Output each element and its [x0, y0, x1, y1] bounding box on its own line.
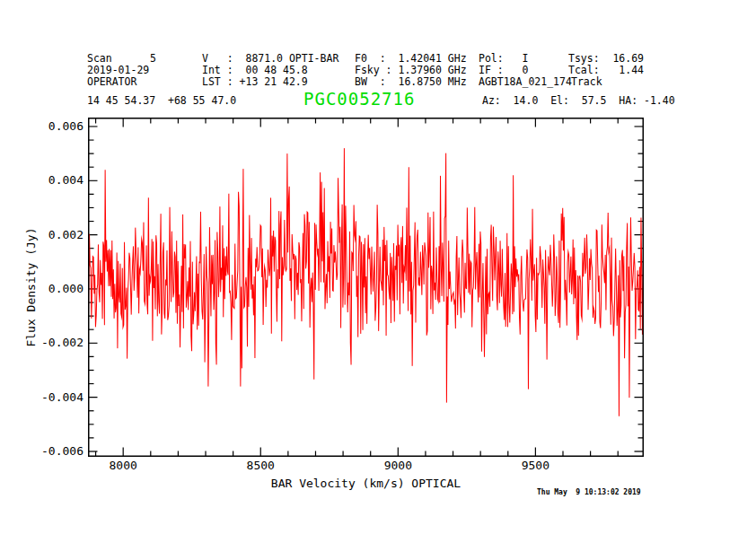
- tsys-value: 16.69: [590, 53, 644, 64]
- procedure-name: Track: [571, 76, 602, 87]
- integration-field: Int : 00 48 45.8: [202, 65, 308, 75]
- y-tick-label: -0.004: [30, 391, 84, 404]
- spectrum-plot-canvas: [88, 118, 644, 457]
- tcal-value: 1.44: [590, 65, 644, 75]
- source-coordinates: 14 45 54.37 +68 55 47.0: [87, 95, 236, 106]
- gbtidl-plotter-window: Scan 5 V : 8871.0 OPTI-BAR F0 : 1.42041 …: [0, 0, 756, 534]
- if-field: IF : 0: [479, 65, 528, 75]
- plot-timestamp: Thu May 9 10:13:02 2019: [537, 488, 641, 496]
- y-tick-label: 0.006: [30, 120, 84, 133]
- az-el-ha-field: Az: 14.0 El: 57.5 HA: -1.40: [482, 95, 675, 106]
- y-tick-label: -0.006: [30, 445, 84, 458]
- y-tick-label: -0.002: [30, 337, 84, 349]
- f0-field: F0 : 1.42041 GHz: [355, 53, 467, 64]
- date-field: 2019-01-29: [87, 65, 149, 75]
- y-tick-label: 0.004: [30, 174, 84, 187]
- x-tick-label: 8000: [96, 460, 150, 472]
- x-tick-label: 9000: [371, 460, 425, 472]
- pol-field: Pol: I: [479, 53, 528, 64]
- lst-field: LST : +13 21 42.9: [202, 76, 308, 87]
- y-tick-label: 0.000: [30, 283, 84, 295]
- project-id: AGBT18A_021_174: [479, 76, 572, 87]
- scan-value: 5: [150, 53, 156, 64]
- velocity-field: V : 8871.0 OPTI-BAR: [202, 53, 338, 64]
- x-tick-label: 9500: [508, 460, 562, 472]
- fsky-field: Fsky : 1.37960 GHz: [355, 65, 467, 75]
- operator-field: OPERATOR: [87, 76, 136, 87]
- bw-field: BW : 16.8750 MHz: [355, 76, 467, 87]
- y-tick-label: 0.002: [30, 229, 84, 241]
- y-axis-title: Flux Density (Jy): [24, 227, 38, 346]
- x-tick-label: 8500: [233, 460, 287, 472]
- scan-label: Scan: [87, 53, 112, 64]
- source-name-title: PGC0052716: [303, 91, 415, 108]
